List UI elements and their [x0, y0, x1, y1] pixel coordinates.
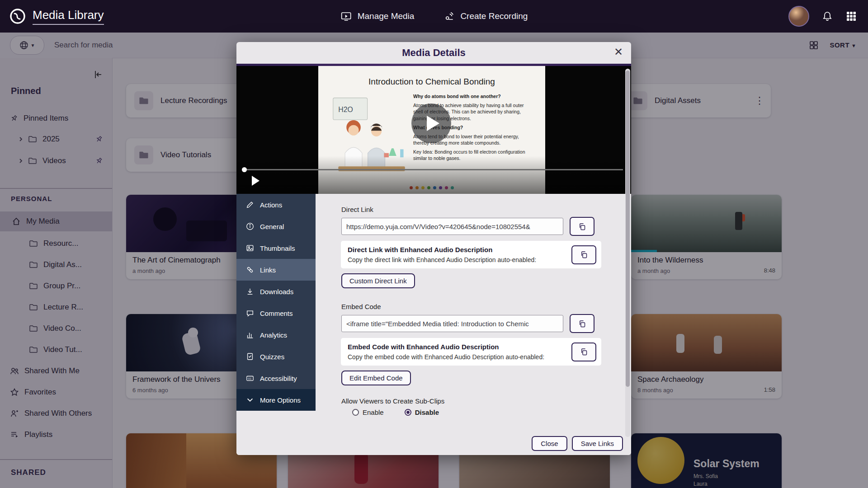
- direct-link-input[interactable]: [341, 218, 563, 235]
- closed-captions-icon: CC: [245, 374, 255, 382]
- modal-nav-accessibility[interactable]: CC Accessibility: [236, 367, 316, 389]
- radio-selected-icon: [405, 409, 411, 416]
- play-overlay-button[interactable]: [411, 103, 451, 143]
- modal-nav-downloads[interactable]: Downloads: [236, 281, 316, 302]
- modal-nav-label: Thumbnails: [260, 244, 295, 252]
- disable-label: Disable: [415, 408, 439, 416]
- app-root: ▼ SORT▼ Pinned: [0, 0, 868, 488]
- player-gradient: [236, 156, 631, 194]
- direct-link-label: Direct Link: [341, 206, 613, 213]
- modal-scrollbar: [625, 69, 630, 437]
- modal-nav-general[interactable]: General: [236, 216, 316, 237]
- modal-nav-actions[interactable]: Actions: [236, 194, 316, 216]
- video-player: Introduction to Chemical Bonding H2O: [236, 66, 631, 194]
- app-launcher-grid-icon[interactable]: [845, 10, 857, 22]
- modal-nav-quizzes[interactable]: Quizzes: [236, 346, 316, 367]
- modal-nav-links[interactable]: Links: [236, 259, 316, 281]
- copy-embed-code-button[interactable]: [570, 314, 594, 333]
- modal-nav-label: Comments: [260, 310, 293, 317]
- yuja-logo[interactable]: [9, 8, 26, 25]
- modal-nav-thumbnails[interactable]: Thumbnails: [236, 237, 316, 259]
- modal-nav-label: Downloads: [260, 288, 293, 296]
- play-button[interactable]: [252, 176, 259, 186]
- enhanced-embed-code-card: Embed Code with Enhanced Audio Descripti…: [341, 338, 601, 365]
- subclips-radio-group: Enable Disable: [352, 408, 613, 416]
- radio-icon: [352, 409, 359, 416]
- enhanced-embed-code-desc: Copy the embed code with Enhanced Audio …: [348, 353, 594, 361]
- slide-text-line: Why do atoms bond with one another?: [413, 93, 534, 99]
- manage-media-button[interactable]: Manage Media: [340, 10, 415, 22]
- modal-nav-label: Accessibility: [260, 375, 297, 382]
- modal-nav-label: Analytics: [260, 331, 287, 339]
- topnav: Manage Media Create Recording: [340, 10, 528, 22]
- media-details-modal: Media Details ✕ Introduction to Chemical…: [236, 42, 631, 455]
- subclips-label: Allow Viewers to Create Sub-Clips: [341, 397, 613, 405]
- modal-header: Media Details ✕: [236, 42, 631, 64]
- custom-direct-link-button[interactable]: Custom Direct Link: [341, 273, 415, 288]
- topbar: Media Library Manage Media Create Record…: [0, 0, 868, 33]
- modal-nav-label: General: [260, 223, 284, 230]
- info-icon: [245, 222, 255, 230]
- image-icon: [245, 244, 255, 252]
- modal-nav-label: Links: [260, 266, 276, 274]
- modal-nav-analytics[interactable]: Analytics: [236, 324, 316, 346]
- comment-icon: [245, 309, 255, 317]
- video-slide-title: Introduction to Chemical Bonding: [318, 77, 545, 87]
- user-avatar[interactable]: [788, 6, 809, 27]
- links-panel: Direct Link Direct Link with Enhanced Au…: [316, 194, 631, 433]
- modal-nav-more-options[interactable]: More Options: [236, 389, 316, 411]
- close-icon[interactable]: ✕: [614, 47, 623, 57]
- modal-footer: Close Save Links: [236, 433, 631, 455]
- modal-nav-label: More Options: [260, 396, 301, 404]
- enhanced-direct-link-title: Direct Link with Enhanced Audio Descript…: [348, 246, 594, 253]
- bar-chart-icon: [245, 331, 255, 339]
- disable-radio[interactable]: Disable: [405, 408, 439, 416]
- modal-scrollbar-thumb[interactable]: [626, 70, 630, 387]
- playhead-handle[interactable]: [242, 167, 247, 172]
- manage-media-label: Manage Media: [358, 11, 415, 21]
- svg-text:CC: CC: [248, 377, 251, 380]
- enable-label: Enable: [363, 408, 384, 416]
- modal-nav: Actions General Thumbnails Links: [236, 194, 316, 411]
- link-icon: [245, 266, 255, 274]
- create-recording-label: Create Recording: [460, 11, 528, 21]
- modal-title: Media Details: [402, 47, 466, 59]
- copy-direct-link-button[interactable]: [570, 217, 594, 236]
- create-recording-button[interactable]: Create Recording: [443, 10, 528, 22]
- create-recording-icon: [443, 10, 455, 22]
- notifications-bell-icon[interactable]: [822, 11, 833, 22]
- pencil-icon: [245, 201, 255, 209]
- modal-nav-label: Actions: [260, 201, 282, 209]
- edit-embed-code-button[interactable]: Edit Embed Code: [341, 371, 411, 385]
- close-button[interactable]: Close: [532, 436, 567, 451]
- manage-media-icon: [340, 10, 352, 22]
- copy-enhanced-embed-code-button[interactable]: [571, 343, 596, 361]
- enhanced-embed-code-title: Embed Code with Enhanced Audio Descripti…: [348, 343, 594, 351]
- play-icon: [427, 116, 439, 131]
- svg-text:H2O: H2O: [338, 106, 353, 113]
- chevron-down-icon: [245, 396, 255, 404]
- modal-nav-comments[interactable]: Comments: [236, 302, 316, 324]
- modal-nav-label: Quizzes: [260, 353, 284, 361]
- enable-radio[interactable]: Enable: [352, 408, 384, 416]
- player-progress-bar[interactable]: [243, 169, 623, 170]
- quiz-icon: [245, 352, 255, 361]
- topbar-right: [788, 6, 857, 27]
- embed-code-input[interactable]: [341, 315, 563, 332]
- embed-code-label: Embed Code: [341, 303, 613, 310]
- copy-enhanced-direct-link-button[interactable]: [571, 245, 596, 264]
- enhanced-direct-link-desc: Copy the direct link with Enhanced Audio…: [348, 256, 594, 263]
- page-title: Media Library: [33, 8, 104, 25]
- download-icon: [245, 287, 255, 296]
- enhanced-direct-link-card: Direct Link with Enhanced Audio Descript…: [341, 241, 601, 268]
- save-links-button[interactable]: Save Links: [572, 436, 623, 451]
